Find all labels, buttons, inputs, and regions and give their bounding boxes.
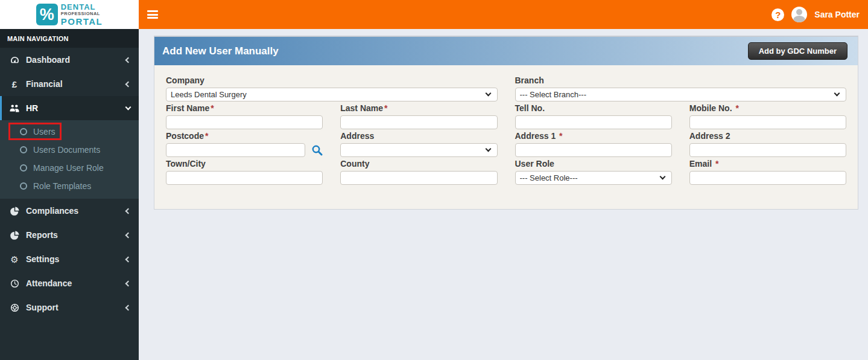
circle-outline-icon <box>20 182 27 190</box>
tell-no-field: Tell No. <box>515 101 672 129</box>
help-icon[interactable]: ? <box>771 8 784 21</box>
sidebar-item-label: Settings <box>26 254 59 264</box>
pie-chart-icon <box>9 207 20 216</box>
sidebar-item-settings[interactable]: ⚙ Settings <box>0 247 139 271</box>
mobile-no-field: Mobile No. * <box>689 101 846 129</box>
topbar: ? Sara Potter <box>139 0 868 29</box>
circle-outline-icon <box>20 146 27 153</box>
circle-outline-icon <box>20 164 27 172</box>
address2-input[interactable] <box>689 143 846 157</box>
page-title: Add New User Manually <box>162 45 279 57</box>
brand-logo[interactable]: % DENTAL PROFESSIONAL PORTAL <box>0 0 139 29</box>
brand-percent-icon: % <box>36 4 58 25</box>
required-marker: * <box>384 103 387 113</box>
address-field: Address <box>340 129 497 157</box>
company-label: Company <box>166 76 498 85</box>
chevron-left-icon <box>125 57 131 63</box>
add-by-gdc-number-button[interactable]: Add by GDC Number <box>748 42 847 60</box>
clock-icon <box>9 279 20 288</box>
address2-label: Address 2 <box>689 132 846 141</box>
panel-heading: Add New User Manually Add by GDC Number <box>154 37 858 65</box>
county-field: County <box>340 157 497 185</box>
chevron-left-icon <box>125 304 131 310</box>
required-marker: * <box>205 131 208 141</box>
brand-line-dental: DENTAL <box>61 3 103 11</box>
sidebar-item-label: Attendance <box>26 278 72 288</box>
user-role-label: User Role <box>515 159 672 169</box>
sidebar-item-compliances[interactable]: Compliances <box>0 199 139 223</box>
sidebar-item-dashboard[interactable]: Dashboard <box>0 48 139 72</box>
add-user-panel: Add New User Manually Add by GDC Number … <box>154 36 858 210</box>
required-marker: * <box>715 159 718 169</box>
sidebar-subitem-label: Users <box>33 127 55 137</box>
sidebar-item-attendance[interactable]: Attendance <box>0 271 139 295</box>
sidebar-item-label: HR <box>26 103 38 113</box>
company-field: Company Leeds Dental Surgery <box>166 74 498 101</box>
company-select[interactable]: Leeds Dental Surgery <box>166 88 498 101</box>
sidebar-subitem-manage-user-role[interactable]: Manage User Role <box>0 159 139 177</box>
life-ring-icon <box>9 303 20 312</box>
sidebar-item-label: Dashboard <box>26 55 70 65</box>
tell-no-label: Tell No. <box>515 104 672 113</box>
last-name-input[interactable] <box>340 115 497 129</box>
chevron-left-icon <box>125 81 131 87</box>
sidebar-subitem-users-documents[interactable]: Users Documents <box>0 141 139 159</box>
panel-body: Company Leeds Dental Surgery Branch --- … <box>154 65 858 209</box>
email-field: Email * <box>689 157 846 185</box>
first-name-input[interactable] <box>166 115 323 129</box>
sidebar-item-reports[interactable]: Reports <box>0 223 139 247</box>
required-marker: * <box>211 103 214 113</box>
town-city-input[interactable] <box>166 171 323 185</box>
pie-chart-icon <box>9 231 20 240</box>
sidebar: % DENTAL PROFESSIONAL PORTAL MAIN NAVIGA… <box>0 0 139 360</box>
pound-icon: £ <box>9 80 20 89</box>
sidebar-subitem-label: Role Templates <box>33 181 91 191</box>
mobile-no-label: Mobile No. * <box>689 104 846 113</box>
first-name-field: First Name* <box>166 101 323 129</box>
address-label: Address <box>340 132 497 141</box>
address1-field: Address 1 * <box>515 129 672 157</box>
hr-submenu: Users Users Documents Manage User Role <box>0 120 139 199</box>
sidebar-toggle-hamburger-icon[interactable] <box>147 10 158 19</box>
address-select[interactable] <box>340 143 497 157</box>
circle-outline-icon <box>20 128 27 135</box>
postcode-input[interactable] <box>166 143 305 157</box>
chevron-left-icon <box>125 232 131 238</box>
brand-line-portal: PORTAL <box>61 17 103 26</box>
user-role-select[interactable]: --- Select Role--- <box>515 171 672 185</box>
mobile-no-input[interactable] <box>689 115 846 129</box>
sidebar-item-label: Financial <box>26 79 63 89</box>
first-name-label: First Name* <box>166 104 323 113</box>
content-area: Add New User Manually Add by GDC Number … <box>139 29 868 360</box>
branch-label: Branch <box>515 76 847 85</box>
search-icon[interactable] <box>311 144 323 156</box>
address2-field: Address 2 <box>689 129 846 157</box>
email-input[interactable] <box>689 171 846 185</box>
chevron-left-icon <box>125 208 131 214</box>
avatar[interactable] <box>791 7 807 22</box>
postcode-label: Postcode* <box>166 132 323 141</box>
user-name[interactable]: Sara Potter <box>814 10 860 19</box>
branch-select[interactable]: --- Select Branch--- <box>515 88 847 101</box>
sidebar-subitem-role-templates[interactable]: Role Templates <box>0 177 139 195</box>
sidebar-subitem-users[interactable]: Users <box>0 123 139 141</box>
chevron-left-icon <box>125 280 131 286</box>
address1-input[interactable] <box>515 143 672 157</box>
sidebar-item-financial[interactable]: £ Financial <box>0 72 139 96</box>
chevron-left-icon <box>125 256 131 262</box>
sidebar-item-hr[interactable]: HR Users Users Documents <box>0 96 139 199</box>
address1-label: Address 1 * <box>515 132 672 141</box>
user-role-field: User Role --- Select Role--- <box>515 157 672 185</box>
county-input[interactable] <box>340 171 497 185</box>
sidebar-item-support[interactable]: Support <box>0 295 139 320</box>
postcode-field: Postcode* <box>166 129 323 157</box>
dashboard-icon <box>9 56 20 65</box>
required-marker: * <box>735 103 738 113</box>
tell-no-input[interactable] <box>515 115 672 129</box>
gear-icon: ⚙ <box>9 255 20 264</box>
branch-field: Branch --- Select Branch--- <box>515 74 847 101</box>
sidebar-subitem-label: Manage User Role <box>33 163 104 173</box>
last-name-label: Last Name* <box>340 104 497 113</box>
sidebar-item-label: Compliances <box>26 206 78 216</box>
brand-wordmark: DENTAL PROFESSIONAL PORTAL <box>61 3 103 26</box>
